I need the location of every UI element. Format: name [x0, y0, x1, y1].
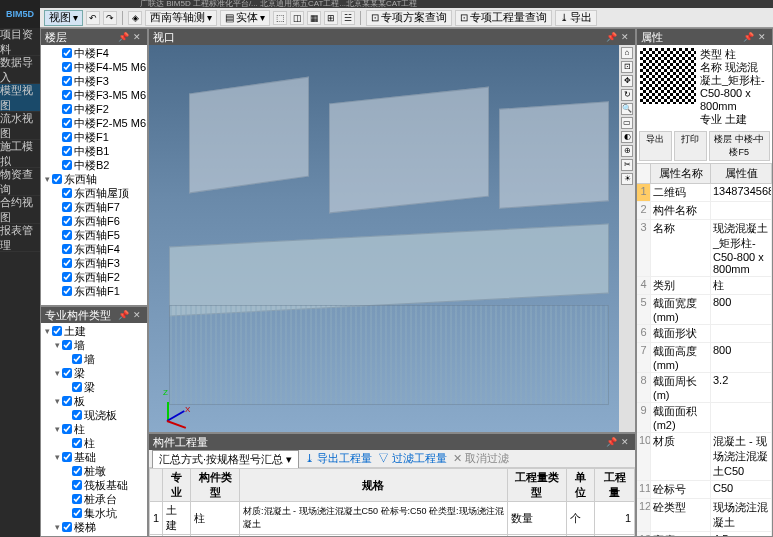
tree-item[interactable]: 楼梯: [42, 534, 146, 536]
tree-item[interactable]: ▾土建: [42, 324, 146, 338]
prop-row[interactable]: 4类别柱: [637, 277, 772, 295]
qty-clear[interactable]: ✕ 取消过滤: [453, 451, 509, 466]
tree-checkbox[interactable]: [72, 410, 82, 420]
orient-dropdown[interactable]: 西南等轴测 ▾: [145, 10, 217, 26]
view-menu[interactable]: 视图 ▾: [44, 10, 83, 26]
tool-3[interactable]: ▦: [307, 11, 321, 25]
tree-item[interactable]: 东西轴F3: [42, 256, 146, 270]
tree-item[interactable]: 中楼F1: [42, 130, 146, 144]
prop-row[interactable]: 7截面高度(mm)800: [637, 343, 772, 373]
tree-item[interactable]: 东西轴F6: [42, 214, 146, 228]
vt-a[interactable]: ◐: [621, 131, 633, 143]
pin-icon[interactable]: 📌: [605, 31, 617, 43]
nav-数据导入[interactable]: 数据导入: [0, 56, 40, 84]
tree-item[interactable]: 中楼F2: [42, 102, 146, 116]
tree-item[interactable]: 东西轴F5: [42, 228, 146, 242]
tree-item[interactable]: ▾墙: [42, 338, 146, 352]
vt-home[interactable]: ⌂: [621, 47, 633, 59]
tree-item[interactable]: 中楼F4-M5 M6: [42, 60, 146, 74]
vt-c[interactable]: ✂: [621, 159, 633, 171]
close-icon[interactable]: ✕: [131, 309, 143, 321]
tree-item[interactable]: 中楼F3: [42, 74, 146, 88]
prop-row[interactable]: 2构件名称: [637, 202, 772, 220]
redo-button[interactable]: ↷: [103, 11, 117, 25]
nav-项目资料[interactable]: 项目资料: [0, 28, 40, 56]
vt-zoom[interactable]: 🔍: [621, 103, 633, 115]
tree-checkbox[interactable]: [72, 438, 82, 448]
tree-checkbox[interactable]: [62, 424, 72, 434]
tree-checkbox[interactable]: [72, 382, 82, 392]
nav-施工模拟[interactable]: 施工模拟: [0, 140, 40, 168]
pin-icon[interactable]: 📌: [117, 309, 129, 321]
pin-icon[interactable]: 📌: [605, 436, 617, 448]
vt-d[interactable]: ☀: [621, 173, 633, 185]
tree-checkbox[interactable]: [62, 160, 72, 170]
prop-print[interactable]: 打印: [674, 131, 707, 161]
tree-item[interactable]: 桩承台: [42, 492, 146, 506]
tree-checkbox[interactable]: [62, 244, 72, 254]
pin-icon[interactable]: 📌: [742, 31, 754, 43]
tree-checkbox[interactable]: [52, 174, 62, 184]
prop-row[interactable]: 12砼类型现场浇注混凝土: [637, 499, 772, 532]
prop-row[interactable]: 11砼标号C50: [637, 481, 772, 499]
tool-4[interactable]: ⊞: [324, 11, 338, 25]
tree-item[interactable]: 东西轴屋顶: [42, 186, 146, 200]
pin-icon[interactable]: 📌: [117, 31, 129, 43]
tree-checkbox[interactable]: [62, 452, 72, 462]
tree-checkbox[interactable]: [62, 286, 72, 296]
tree-checkbox[interactable]: [72, 354, 82, 364]
tree-item[interactable]: ▾板: [42, 394, 146, 408]
qty-table[interactable]: 专业构件类型规格工程量类型单位工程量1土建柱材质:混凝土 - 现场浇注混凝土C5…: [149, 468, 635, 536]
tree-checkbox[interactable]: [62, 104, 72, 114]
tree-item[interactable]: ▾基础: [42, 450, 146, 464]
qty-summary-tab[interactable]: 汇总方式·按规格型号汇总 ▾: [152, 450, 299, 468]
tree-item[interactable]: 筏板基础: [42, 478, 146, 492]
qty-row[interactable]: 1土建柱材质:混凝土 - 现场浇注混凝土C50 砼标号:C50 砼类型:现场浇注…: [150, 502, 635, 535]
vt-orbit[interactable]: ↻: [621, 89, 633, 101]
qty-query[interactable]: ⊡ 专项工程量查询: [455, 10, 552, 26]
export-button[interactable]: ⤓ 导出: [555, 10, 597, 26]
tool-5[interactable]: ☱: [341, 11, 355, 25]
tree-checkbox[interactable]: [52, 326, 62, 336]
prop-row[interactable]: 9截面面积(m2): [637, 403, 772, 433]
tree-checkbox[interactable]: [62, 368, 72, 378]
tree-checkbox[interactable]: [62, 48, 72, 58]
tree-item[interactable]: ▾东西轴: [42, 172, 146, 186]
tree-item[interactable]: 墙: [42, 352, 146, 366]
tree-checkbox[interactable]: [62, 522, 72, 532]
prop-row[interactable]: 1二维码1348734568948179460: [637, 184, 772, 202]
tree-checkbox[interactable]: [62, 76, 72, 86]
close-icon[interactable]: ✕: [131, 31, 143, 43]
tool-1[interactable]: ⬚: [273, 11, 287, 25]
close-icon[interactable]: ✕: [756, 31, 768, 43]
3d-viewport[interactable]: Z X: [149, 45, 635, 432]
tree-item[interactable]: ▾梁: [42, 366, 146, 380]
vt-sel[interactable]: ▭: [621, 117, 633, 129]
nav-报表管理[interactable]: 报表管理: [0, 224, 40, 252]
tree-item[interactable]: ▾柱: [42, 422, 146, 436]
prop-row[interactable]: 6截面形状: [637, 325, 772, 343]
prop-grid[interactable]: 1二维码13487345689481794602构件名称3名称现浇混凝土_矩形柱…: [637, 184, 772, 536]
tree-checkbox[interactable]: [62, 188, 72, 198]
tree-item[interactable]: 现浇板: [42, 408, 146, 422]
tree-item[interactable]: 中楼B2: [42, 158, 146, 172]
tree-item[interactable]: 集水坑: [42, 506, 146, 520]
tree-item[interactable]: 中楼F2-M5 M6: [42, 116, 146, 130]
nav-物资查询[interactable]: 物资查询: [0, 168, 40, 196]
close-icon[interactable]: ✕: [619, 31, 631, 43]
tree-checkbox[interactable]: [62, 90, 72, 100]
tree-checkbox[interactable]: [72, 494, 82, 504]
tree-checkbox[interactable]: [72, 466, 82, 476]
tree-checkbox[interactable]: [62, 230, 72, 240]
nav-合约视图[interactable]: 合约视图: [0, 196, 40, 224]
qty-filter[interactable]: ▽ 过滤工程量: [378, 451, 447, 466]
tree-item[interactable]: 东西轴F1: [42, 284, 146, 298]
prop-row[interactable]: 13高度4.5: [637, 532, 772, 536]
tree-item[interactable]: 中楼F4: [42, 46, 146, 60]
plan-query[interactable]: ⊡ 专项方案查询: [366, 10, 452, 26]
close-icon[interactable]: ✕: [619, 436, 631, 448]
tree-item[interactable]: 东西轴F4: [42, 242, 146, 256]
tool-2[interactable]: ◫: [290, 11, 304, 25]
tree-item[interactable]: 东西轴F2: [42, 270, 146, 284]
vt-pan[interactable]: ✥: [621, 75, 633, 87]
